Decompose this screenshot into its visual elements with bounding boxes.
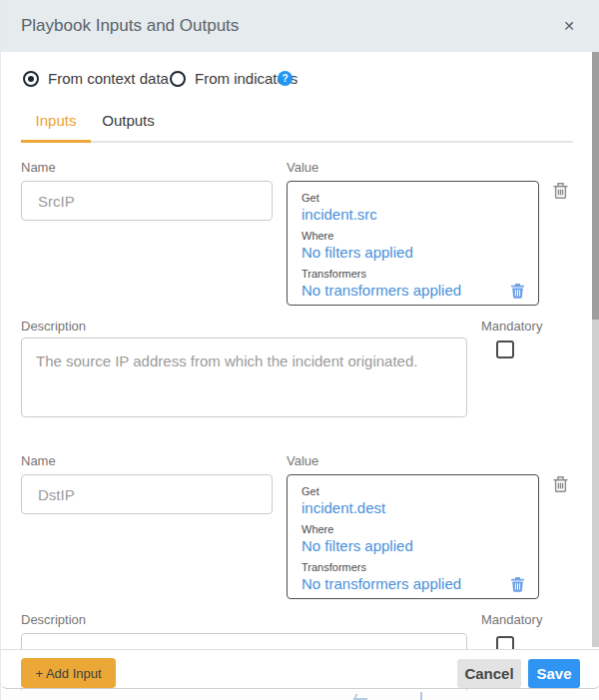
modal-title: Playbook Inputs and Outputs — [21, 0, 239, 52]
value-box[interactable]: Get incident.dest Where No filters appli… — [287, 474, 539, 599]
filters-link[interactable]: No filters applied — [301, 244, 524, 262]
tab-divider — [21, 141, 573, 143]
mandatory-label: Mandatory — [481, 319, 542, 334]
playbook-connector-mark — [353, 694, 370, 700]
input-name-field[interactable] — [21, 474, 273, 514]
where-label: Where — [301, 229, 524, 243]
filters-link[interactable]: No filters applied — [301, 537, 524, 555]
clear-value-trash-icon[interactable] — [511, 284, 524, 299]
radio-label-context: From context data — [48, 70, 169, 87]
active-tab-underline — [21, 140, 91, 143]
clear-value-trash-icon[interactable] — [511, 577, 524, 592]
delete-input-trash-icon[interactable] — [553, 475, 568, 493]
value-label: Value — [287, 453, 318, 468]
mandatory-label: Mandatory — [481, 612, 542, 627]
context-path-link[interactable]: incident.dest — [301, 499, 524, 517]
description-label: Description — [21, 319, 86, 334]
radio-checked-icon[interactable] — [23, 71, 39, 87]
scrollbar-thumb[interactable] — [592, 52, 599, 320]
value-box[interactable]: Get incident.src Where No filters applie… — [287, 181, 539, 306]
mandatory-checkbox[interactable] — [496, 341, 514, 358]
radio-unchecked-icon[interactable] — [170, 71, 186, 87]
save-button[interactable]: Save — [528, 659, 580, 688]
tab-outputs[interactable]: Outputs — [91, 112, 166, 140]
transformers-link[interactable]: No transformers applied — [301, 282, 461, 300]
close-icon[interactable]: ✕ — [560, 17, 578, 35]
name-label: Name — [21, 160, 56, 175]
get-label: Get — [301, 484, 524, 498]
input-name-field[interactable] — [21, 181, 273, 221]
context-path-link[interactable]: incident.src — [301, 206, 524, 224]
radio-from-context-data[interactable]: From context data — [23, 70, 169, 87]
where-label: Where — [301, 522, 524, 536]
value-label: Value — [287, 160, 318, 175]
name-label: Name — [21, 453, 56, 468]
tab-inputs[interactable]: Inputs — [21, 112, 91, 140]
get-label: Get — [301, 191, 524, 205]
scrollbar-track[interactable] — [592, 52, 599, 647]
transformers-label: Transformers — [301, 560, 524, 574]
transformers-link[interactable]: No transformers applied — [301, 575, 461, 593]
background-page-strip — [1, 690, 599, 700]
playbook-connector-mark — [420, 692, 422, 700]
modal-footer: + Add Input Cancel Save — [1, 649, 599, 689]
transformers-label: Transformers — [301, 267, 524, 281]
help-icon[interactable]: ? — [278, 71, 293, 86]
playbook-inputs-outputs-modal: Playbook Inputs and Outputs ✕ From conte… — [0, 0, 599, 700]
description-field[interactable]: The source IP address from which the inc… — [21, 338, 467, 417]
modal-header: Playbook Inputs and Outputs ✕ — [1, 0, 599, 52]
description-label: Description — [21, 612, 86, 627]
delete-input-trash-icon[interactable] — [553, 182, 568, 200]
add-input-button[interactable]: + Add Input — [21, 658, 116, 688]
cancel-button[interactable]: Cancel — [457, 659, 521, 688]
